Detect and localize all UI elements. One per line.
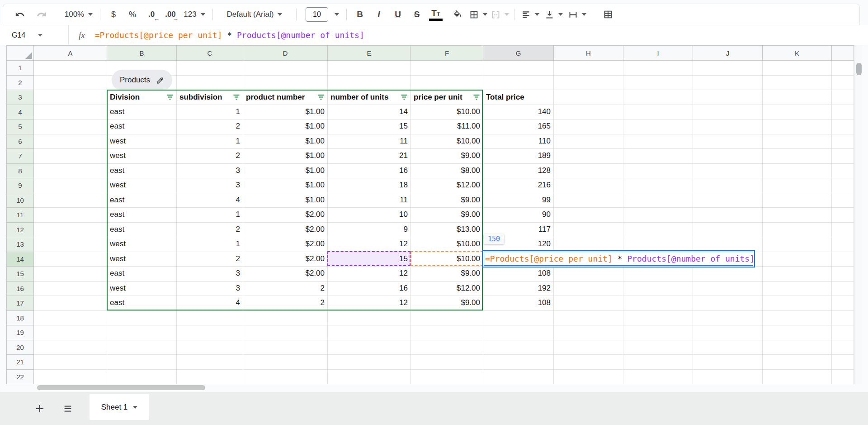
cell-H10[interactable] bbox=[554, 193, 623, 208]
column-header-I[interactable]: I bbox=[623, 46, 693, 61]
cell-G15[interactable]: 108 bbox=[483, 267, 554, 282]
cell-K20[interactable] bbox=[763, 340, 832, 355]
row-header-9[interactable]: 9 bbox=[7, 178, 34, 193]
cell-B7[interactable]: west bbox=[107, 149, 177, 164]
cell-D11[interactable]: $2.00 bbox=[243, 208, 328, 223]
cell-H11[interactable] bbox=[554, 208, 623, 223]
cell-C20[interactable] bbox=[177, 340, 243, 355]
cell-C3[interactable]: subdivision bbox=[177, 90, 243, 105]
cell-B12[interactable]: east bbox=[107, 223, 177, 238]
format-percent-button[interactable]: % bbox=[123, 6, 142, 23]
cell-K11[interactable] bbox=[763, 208, 832, 223]
cell-partial-18[interactable] bbox=[832, 311, 854, 326]
cell-E11[interactable]: 10 bbox=[328, 208, 411, 223]
cell-F13[interactable]: $10.00 bbox=[411, 237, 483, 252]
cell-partial-1[interactable] bbox=[832, 61, 854, 76]
cell-E12[interactable]: 9 bbox=[328, 223, 411, 238]
cell-H3[interactable] bbox=[554, 90, 623, 105]
cell-I20[interactable] bbox=[623, 340, 693, 355]
cell-H18[interactable] bbox=[554, 311, 623, 326]
cell-I4[interactable] bbox=[623, 105, 693, 120]
row-header-2[interactable]: 2 bbox=[7, 76, 34, 91]
cell-E8[interactable]: 16 bbox=[328, 164, 411, 179]
cell-E5[interactable]: 15 bbox=[328, 119, 411, 134]
cell-D7[interactable]: $1.00 bbox=[243, 149, 328, 164]
cell-K15[interactable] bbox=[763, 267, 832, 282]
cell-F3[interactable]: price per unit bbox=[411, 90, 483, 105]
cell-E15[interactable]: 12 bbox=[328, 267, 411, 282]
cell-C13[interactable]: 1 bbox=[177, 237, 243, 252]
cell-F14[interactable]: $10.00 bbox=[411, 252, 483, 267]
cell-I22[interactable] bbox=[623, 370, 693, 385]
cell-G2[interactable] bbox=[483, 76, 554, 91]
cell-partial-4[interactable] bbox=[832, 105, 854, 120]
cell-I8[interactable] bbox=[623, 164, 693, 179]
cell-F7[interactable]: $9.00 bbox=[411, 149, 483, 164]
cell-H16[interactable] bbox=[554, 282, 623, 296]
cell-G3[interactable]: Total price bbox=[483, 90, 554, 105]
cell-H7[interactable] bbox=[554, 149, 623, 164]
cell-partial-13[interactable] bbox=[832, 237, 854, 252]
cell-J11[interactable] bbox=[693, 208, 763, 223]
borders-button[interactable] bbox=[469, 6, 488, 23]
cell-D17[interactable]: 2 bbox=[243, 296, 328, 311]
cell-partial-8[interactable] bbox=[832, 164, 854, 179]
column-header-H[interactable]: H bbox=[554, 46, 623, 61]
cell-H8[interactable] bbox=[554, 164, 623, 179]
cell-K17[interactable] bbox=[763, 296, 832, 311]
cell-B13[interactable]: west bbox=[107, 237, 177, 252]
cell-C14[interactable]: 2 bbox=[177, 252, 243, 267]
cell-C2[interactable] bbox=[177, 76, 243, 91]
cell-K3[interactable] bbox=[763, 90, 832, 105]
cell-C19[interactable] bbox=[177, 325, 243, 340]
cell-J3[interactable] bbox=[693, 90, 763, 105]
cell-I21[interactable] bbox=[623, 355, 693, 370]
cell-partial-12[interactable] bbox=[832, 223, 854, 238]
cell-D4[interactable]: $1.00 bbox=[243, 105, 328, 120]
cell-partial-7[interactable] bbox=[832, 149, 854, 164]
cell-G21[interactable] bbox=[483, 355, 554, 370]
cell-G4[interactable]: 140 bbox=[483, 105, 554, 120]
cell-G10[interactable]: 99 bbox=[483, 193, 554, 208]
cell-B15[interactable]: east bbox=[107, 267, 177, 282]
row-header-5[interactable]: 5 bbox=[7, 119, 34, 134]
cell-C22[interactable] bbox=[177, 370, 243, 385]
cell-A20[interactable] bbox=[34, 340, 107, 355]
column-header-G[interactable]: G bbox=[483, 46, 554, 61]
row-header-19[interactable]: 19 bbox=[7, 325, 34, 340]
cell-F16[interactable]: $12.00 bbox=[411, 282, 483, 296]
cell-E16[interactable]: 16 bbox=[328, 282, 411, 296]
column-header-B[interactable]: B bbox=[107, 46, 177, 61]
filter-icon[interactable] bbox=[166, 94, 174, 100]
fill-color-button[interactable] bbox=[448, 6, 467, 23]
cell-E20[interactable] bbox=[328, 340, 411, 355]
cell-E9[interactable]: 18 bbox=[328, 178, 411, 193]
cell-F4[interactable]: $10.00 bbox=[411, 105, 483, 120]
cell-H22[interactable] bbox=[554, 370, 623, 385]
cell-A5[interactable] bbox=[34, 119, 107, 134]
cell-H5[interactable] bbox=[554, 119, 623, 134]
cell-A1[interactable] bbox=[34, 61, 107, 76]
cell-J1[interactable] bbox=[693, 61, 763, 76]
cell-G17[interactable]: 108 bbox=[483, 296, 554, 311]
row-header-7[interactable]: 7 bbox=[7, 149, 34, 164]
filter-icon[interactable] bbox=[317, 94, 325, 100]
cell-H1[interactable] bbox=[554, 61, 623, 76]
cell-I5[interactable] bbox=[623, 119, 693, 134]
column-header-A[interactable]: A bbox=[34, 46, 107, 61]
column-header-J[interactable]: J bbox=[693, 46, 763, 61]
cell-F21[interactable] bbox=[411, 355, 483, 370]
cell-K10[interactable] bbox=[763, 193, 832, 208]
cell-K2[interactable] bbox=[763, 76, 832, 91]
cell-C21[interactable] bbox=[177, 355, 243, 370]
cell-partial-17[interactable] bbox=[832, 296, 854, 311]
cell-B11[interactable]: east bbox=[107, 208, 177, 223]
merge-cells-button[interactable] bbox=[491, 6, 509, 23]
cell-E7[interactable]: 21 bbox=[328, 149, 411, 164]
cell-K7[interactable] bbox=[763, 149, 832, 164]
row-header-16[interactable]: 16 bbox=[7, 282, 34, 296]
cell-I19[interactable] bbox=[623, 325, 693, 340]
vertical-align-button[interactable] bbox=[544, 6, 563, 23]
cell-B9[interactable]: west bbox=[107, 178, 177, 193]
cell-A16[interactable] bbox=[34, 282, 107, 296]
